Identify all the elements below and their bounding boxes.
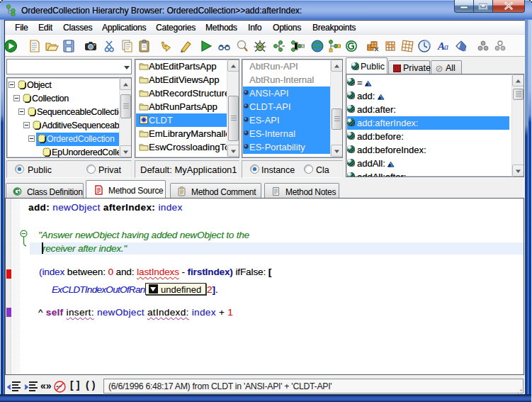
svg-text:a: a — [444, 42, 448, 52]
